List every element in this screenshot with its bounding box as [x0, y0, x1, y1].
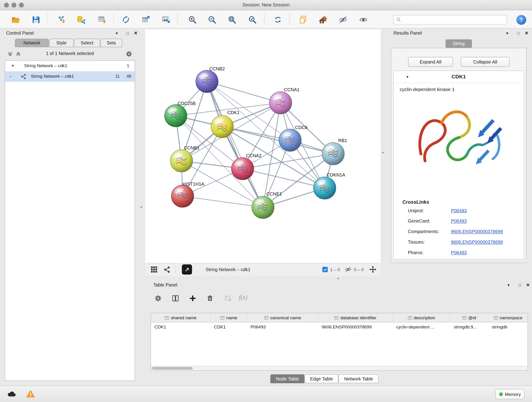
cell-shared-name[interactable]: CDK1 — [151, 322, 210, 332]
table-options-gear-button[interactable] — [152, 293, 164, 304]
panel-float-icon[interactable]: □ — [515, 31, 521, 36]
help-button[interactable]: ? — [516, 15, 526, 25]
function-builder-button[interactable]: f(x) — [239, 294, 247, 301]
network-edge-CDK1-RB1[interactable] — [222, 127, 333, 153]
detach-view-button[interactable] — [182, 264, 192, 274]
table-horizontal-scrollbar[interactable] — [151, 366, 528, 370]
tab-style[interactable]: Style — [49, 39, 74, 47]
tab-network[interactable]: Network — [15, 39, 49, 47]
panel-menu-icon[interactable]: ▾ — [504, 31, 510, 36]
panel-float-icon[interactable]: □ — [517, 282, 523, 288]
right-splitter-handle[interactable] — [382, 152, 384, 153]
panel-close-icon[interactable]: ✕ — [524, 31, 530, 36]
crosslink-genecard-link[interactable]: P06493 — [451, 219, 467, 224]
node-label-HIST1H1A: HIST1H1A — [182, 182, 204, 186]
network-edge-HIST1H1A-CCNE1[interactable] — [183, 196, 263, 207]
export-table-button[interactable] — [140, 13, 152, 26]
column-icon — [334, 315, 339, 320]
tab-network-table[interactable]: Network Table — [339, 374, 379, 383]
memory-button[interactable]: Memory — [495, 389, 525, 399]
create-column-button[interactable] — [187, 293, 198, 304]
clone-network-button[interactable] — [297, 13, 309, 26]
show-graphics-details-button[interactable] — [357, 13, 369, 26]
delete-column-button[interactable] — [204, 293, 215, 304]
network-collection-row[interactable]: ▼ String Network – cdk1 1 — [5, 61, 135, 71]
column-icon — [462, 315, 467, 320]
network-canvas[interactable]: CCNB2CCNA1CDC25BCDK1CDC6RB1CCNB1CCNA2CDK… — [145, 29, 381, 263]
tab-edge-table[interactable]: Edge Table — [305, 374, 338, 383]
cell-database-identifier[interactable]: 9606.ENSP00000378699 — [318, 322, 393, 332]
network-options-gear-button[interactable] — [126, 51, 133, 57]
network-share-button[interactable] — [164, 266, 171, 273]
panel-close-icon[interactable]: ✕ — [525, 282, 531, 288]
column-header-database-identifier[interactable]: database identifier — [318, 313, 393, 322]
panel-float-icon[interactable]: □ — [124, 31, 131, 36]
import-network-file-button[interactable] — [56, 13, 68, 26]
column-header-shared-name[interactable]: shared name — [151, 313, 210, 322]
tab-node-table[interactable]: Node Table — [270, 374, 304, 383]
delete-table-button-disabled[interactable] — [222, 293, 234, 304]
tab-select[interactable]: Select — [74, 39, 100, 47]
network-edge-CCNB2-CCNA1[interactable] — [207, 81, 280, 103]
zoom-selected-button[interactable] — [246, 13, 259, 26]
column-label: canonical name — [270, 315, 301, 320]
network-edge-CCNB2-CCNE1[interactable] — [207, 81, 263, 207]
gene-section-header[interactable]: ▼ CDK1 — [394, 71, 524, 83]
results-horizontal-scrollbar[interactable] — [392, 259, 526, 262]
network-view-panel[interactable]: CCNB2CCNA1CDC25BCDK1CDC6RB1CCNB1CCNA2CDK… — [145, 29, 381, 275]
horizontal-splitter-handle[interactable] — [337, 278, 339, 279]
home-button[interactable] — [317, 13, 329, 26]
cell-id[interactable]: stringdb:9... — [450, 322, 488, 332]
tab-string[interactable]: String — [445, 39, 472, 48]
selected-nodes-checkbox[interactable] — [322, 267, 328, 272]
cell-description[interactable]: cyclin-dependent ... — [393, 322, 450, 332]
pan-mode-button[interactable] — [369, 266, 377, 274]
memory-label: Memory — [505, 391, 521, 396]
node-label-CCNA1: CCNA1 — [284, 87, 300, 92]
network-row-selected[interactable]: ● String Network – cdk1 11 48 — [5, 71, 135, 82]
hide-graphics-details-button[interactable] — [337, 13, 349, 26]
crosslink-compartments-link[interactable]: 9606.ENSP00000378699 — [451, 229, 503, 234]
table-header-row: shared name name canonical name database… — [151, 313, 528, 322]
column-header-name[interactable]: name — [210, 313, 247, 322]
search-field[interactable] — [393, 15, 507, 24]
birdseye-grid-button[interactable] — [151, 266, 158, 273]
column-header-namespace[interactable]: namespace — [488, 313, 527, 322]
zoom-in-button[interactable] — [186, 13, 198, 26]
cloud-status-button[interactable] — [7, 389, 16, 399]
import-network-database-button[interactable] — [75, 13, 87, 26]
open-session-button[interactable] — [9, 13, 22, 26]
column-header-id[interactable]: @id — [450, 313, 488, 322]
column-header-canonical-name[interactable]: canonical name — [247, 313, 318, 322]
show-columns-button[interactable] — [170, 293, 181, 304]
hidden-elements-button[interactable] — [345, 266, 352, 273]
crosslink-pharos-link[interactable]: P06493 — [451, 250, 467, 255]
panel-menu-icon[interactable]: ▾ — [114, 31, 120, 36]
left-splitter-handle[interactable] — [140, 206, 142, 208]
export-image-button[interactable] — [160, 13, 172, 26]
crosslink-tissues-link[interactable]: 9606.ENSP00000378699 — [451, 240, 503, 245]
panel-close-icon[interactable]: ✕ — [133, 31, 139, 36]
panel-menu-icon[interactable]: ▾ — [505, 282, 512, 288]
search-input[interactable] — [403, 17, 504, 22]
table-row[interactable]: CDK1 CDK1 P06493 9606.ENSP00000378699 cy… — [151, 322, 528, 332]
tab-sets[interactable]: Sets — [100, 39, 122, 47]
tree-expand-icon[interactable]: ▼ — [11, 64, 15, 67]
expand-all-button[interactable]: Expand All — [408, 57, 453, 67]
import-table-file-button[interactable] — [96, 13, 108, 26]
cell-name[interactable]: CDK1 — [210, 322, 247, 332]
zoom-fit-button[interactable] — [226, 13, 238, 26]
cell-canonical-name[interactable]: P06493 — [247, 322, 318, 332]
zoom-out-button[interactable] — [206, 13, 218, 26]
collapse-all-button[interactable]: Collapse All — [461, 57, 510, 67]
warnings-button[interactable] — [26, 389, 35, 399]
column-label: @id — [468, 315, 476, 320]
column-header-description[interactable]: description — [393, 313, 450, 322]
network-edge-count: 48 — [127, 74, 131, 79]
export-network-button[interactable] — [120, 13, 132, 26]
crosslink-uniprot-link[interactable]: P06493 — [451, 208, 467, 213]
save-session-button[interactable] — [30, 13, 42, 26]
apply-layout-button[interactable] — [272, 13, 284, 26]
cell-namespace[interactable]: stringdb — [488, 322, 527, 332]
scrollbar-thumb[interactable] — [152, 367, 193, 370]
